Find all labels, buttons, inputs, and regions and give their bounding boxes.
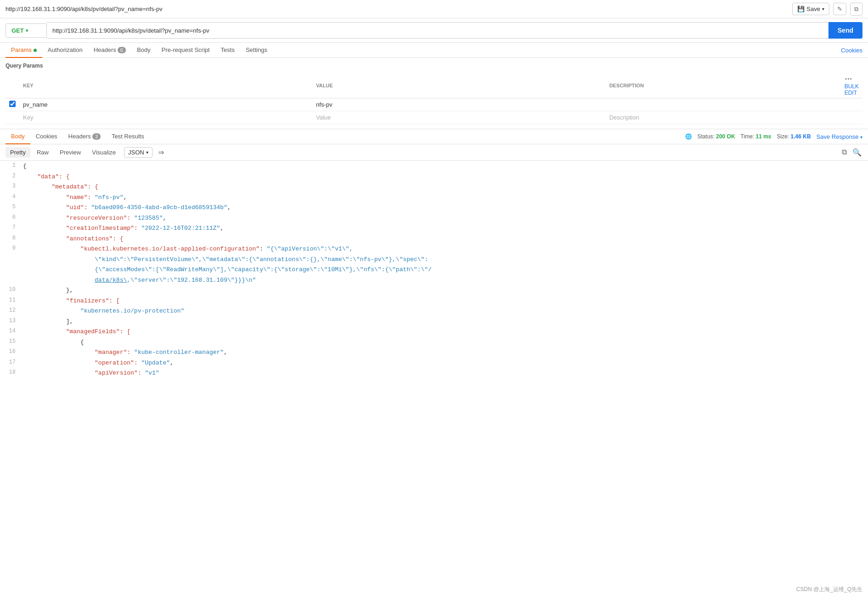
resp-tab-test-results[interactable]: Test Results	[106, 129, 150, 144]
fmt-tab-raw[interactable]: Raw	[32, 147, 53, 158]
empty-value-input[interactable]	[316, 113, 602, 122]
tab-authorization[interactable]: Authorization	[42, 43, 88, 58]
token-plain: },	[23, 287, 73, 294]
cookies-link[interactable]: Cookies	[841, 43, 862, 57]
desc-col-header: DESCRIPTION	[606, 73, 841, 98]
resp-tab-cookies[interactable]: Cookies	[30, 129, 63, 144]
line-content: \"kind\":\"PersistentVolume\",\"metadata…	[23, 255, 868, 264]
format-icons: ⧉ 🔍	[841, 147, 862, 158]
wrap-icon[interactable]: ⇒	[158, 148, 164, 157]
search-response-icon[interactable]: 🔍	[851, 147, 862, 158]
empty-key-input[interactable]	[23, 113, 309, 122]
line-content: "kubectl.kubernetes.io/last-applied-conf…	[23, 244, 868, 254]
method-label: GET	[11, 27, 24, 34]
line-number: 17	[0, 358, 23, 365]
more-icon[interactable]: ⋯	[845, 75, 852, 83]
token-key: "annotations": {	[23, 235, 123, 242]
fmt-tab-visualize[interactable]: Visualize	[87, 147, 120, 158]
line-content: },	[23, 285, 868, 295]
save-icon: 💾	[797, 6, 805, 12]
token-key: "data": {	[23, 173, 69, 180]
line-number: 18	[0, 368, 23, 376]
empty-actions-cell	[841, 111, 862, 124]
tab-body[interactable]: Body	[131, 43, 156, 58]
code-line: 4 "name": "nfs-pv",	[0, 192, 868, 203]
send-button[interactable]: Send	[828, 22, 862, 39]
resp-tab-body[interactable]: Body	[6, 129, 30, 144]
copy-button[interactable]: ⧉	[850, 3, 862, 16]
code-line: 6 "resourceVersion": "123585",	[0, 213, 868, 223]
token-link: data/k8s\	[95, 277, 127, 284]
empty-desc-input[interactable]	[609, 113, 837, 122]
line-number: 4	[0, 193, 23, 200]
empty-check-cell	[6, 111, 19, 124]
copy-response-icon[interactable]: ⧉	[841, 147, 848, 158]
token-str: "v1"	[145, 370, 159, 376]
tab-tests[interactable]: Tests	[215, 43, 240, 58]
method-arrow: ▾	[26, 28, 28, 33]
line-number: 9	[0, 244, 23, 251]
save-button[interactable]: 💾 Save ▾	[792, 3, 829, 15]
fmt-tab-preview[interactable]: Preview	[55, 147, 85, 158]
code-line: \"kind\":\"PersistentVolume\",\"metadata…	[0, 254, 868, 265]
edit-button[interactable]: ✎	[833, 3, 846, 15]
description-cell	[606, 98, 841, 111]
row-checkbox[interactable]	[9, 101, 16, 107]
row-checkbox-cell	[6, 98, 19, 111]
empty-value-cell	[312, 111, 606, 124]
key-input[interactable]	[23, 100, 309, 109]
line-number: 12	[0, 306, 23, 313]
line-content: "kubernetes.io/pv-protection"	[23, 306, 868, 316]
format-bar: Pretty Raw Preview Visualize JSON ▾ ⇒ ⧉ …	[0, 144, 868, 161]
globe-icon: 🌐	[685, 133, 692, 140]
line-content: "managedFields": [	[23, 327, 868, 336]
line-content: "annotations": {	[23, 234, 868, 244]
response-status: 🌐 Status: 200 OK Time: 11 ms Size: 1.46 …	[685, 133, 862, 140]
tab-headers[interactable]: Headers6	[88, 43, 131, 58]
status-value: 200 OK	[716, 133, 735, 140]
time-value: 11 ms	[756, 133, 772, 140]
code-line: 16 "manager": "kube-controller-manager",	[0, 347, 868, 358]
code-line: 12 "kubernetes.io/pv-protection"	[0, 306, 868, 316]
code-line: 18 "apiVersion": "v1"	[0, 368, 868, 378]
line-number: 7	[0, 223, 23, 231]
fmt-tab-pretty[interactable]: Pretty	[6, 147, 30, 158]
description-input[interactable]	[609, 100, 837, 109]
code-line: 8 "annotations": {	[0, 234, 868, 244]
token-str: ,\"server\":\"192.168.31.109\"}}}\n"	[127, 277, 256, 284]
token-str: "kubernetes.io/pv-protection"	[80, 308, 184, 314]
line-content: "apiVersion": "v1"	[23, 368, 868, 378]
token-plain: ,	[163, 215, 166, 222]
json-format-select[interactable]: JSON ▾	[124, 147, 153, 158]
empty-row	[6, 111, 862, 124]
tab-params[interactable]: Params	[6, 43, 42, 58]
url-input[interactable]	[47, 22, 828, 39]
code-line: 14 "managedFields": [	[0, 326, 868, 337]
token-key: "kubectl.kubernetes.io/last-applied-conf…	[23, 245, 260, 252]
resp-tab-headers[interactable]: Headers3	[63, 129, 106, 144]
tab-settings[interactable]: Settings	[240, 43, 273, 58]
size-label: Size: 1.46 KB	[777, 133, 811, 140]
request-bar: GET ▾ Send	[0, 18, 868, 43]
line-number: 15	[0, 337, 23, 345]
line-number: 14	[0, 327, 23, 334]
query-params-section: Query Params KEY VALUE DESCRIPTION ⋯ Bul…	[0, 58, 868, 129]
row-actions-cell	[841, 98, 862, 111]
save-response-button[interactable]: Save Response ▾	[817, 133, 862, 140]
method-select[interactable]: GET ▾	[6, 23, 47, 38]
line-content: ],	[23, 317, 868, 326]
tab-pre-request-script[interactable]: Pre-request Script	[156, 43, 216, 58]
request-tabs: Params Authorization Headers6 Body Pre-r…	[0, 43, 868, 58]
line-content: "data": {	[23, 172, 868, 182]
section-title: Query Params	[6, 63, 862, 69]
val-col-header: VALUE	[312, 73, 606, 98]
code-line: 13 ],	[0, 316, 868, 327]
title-actions: 💾 Save ▾ ✎ ⧉	[792, 3, 862, 16]
token-plain: ,	[123, 194, 127, 201]
token-plain	[23, 256, 95, 263]
token-plain: ,	[170, 359, 174, 366]
value-input[interactable]	[316, 100, 602, 109]
line-number: 2	[0, 172, 23, 179]
key-col-header: KEY	[19, 73, 312, 98]
copy-icon: ⧉	[854, 6, 858, 12]
